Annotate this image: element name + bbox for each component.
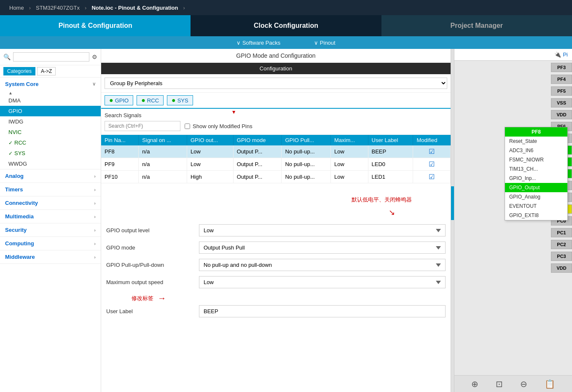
config-header: Configuration: [101, 63, 451, 74]
peri-tab-sys[interactable]: ● SYS: [167, 95, 193, 105]
subtab-software[interactable]: ∨ Software Packs: [236, 40, 280, 46]
export-icon[interactable]: 📋: [545, 379, 555, 389]
connectivity-section: Connectivity ›: [0, 196, 101, 210]
config-row-gpio-mode: GPIO mode Output Push Pull: [106, 242, 446, 254]
right-panel-tab[interactable]: 🔌 Pi: [454, 49, 572, 61]
multimedia-chevron: ›: [94, 214, 96, 219]
table-row[interactable]: PF9n/aLowOutput P...No pull-up...LowLED0…: [101, 158, 451, 171]
subtab-pinout[interactable]: ∨ Pinout: [314, 40, 335, 46]
pin-box[interactable]: VDD: [551, 110, 572, 119]
timers-header[interactable]: Timers ›: [0, 183, 101, 196]
annotation-1-row: 默认低电平、关闭蜂鸣器: [106, 196, 446, 204]
sidebar-item-wwdg[interactable]: WWDG: [0, 158, 101, 169]
middleware-header[interactable]: Middleware ›: [0, 250, 101, 263]
computing-chevron: ›: [94, 241, 96, 246]
sidebar-item-iwdg[interactable]: IWDG: [0, 116, 101, 127]
nav-device[interactable]: STM32F407ZGTx: [32, 0, 84, 15]
peri-tab-gpio[interactable]: ● GPIO: [105, 95, 133, 105]
annotation-area-1: 默认低电平、关闭蜂鸣器 ↘: [101, 183, 451, 219]
rcc-check: ✓: [8, 140, 13, 146]
pin-box[interactable]: PC2: [551, 240, 572, 249]
signal-title: Search Signals: [105, 112, 447, 118]
table-row[interactable]: PF10n/aHighOutput P...No pull-up...LowLE…: [101, 171, 451, 183]
middleware-section: Middleware ›: [0, 250, 101, 264]
sidebar-item-gpio[interactable]: GPIO: [0, 106, 101, 116]
security-header[interactable]: Security ›: [0, 223, 101, 236]
system-core-header[interactable]: System Core ∨: [0, 78, 101, 91]
gpio-speed-select[interactable]: Low: [199, 276, 446, 288]
gpio-pull-select[interactable]: No pull-up and no pull-down: [199, 259, 446, 271]
sidebar-item-sys[interactable]: ✓ SYS: [0, 148, 101, 158]
col-gpio-pull: GPIO Pull...: [282, 135, 331, 145]
system-core-chevron: ∨: [92, 81, 96, 87]
security-label: Security: [5, 227, 27, 233]
group-by-row: Group By Peripherals: [101, 74, 451, 93]
connectivity-chevron: ›: [94, 201, 96, 206]
sort-arrow[interactable]: ▲: [0, 91, 101, 95]
pin-table-body: PF8n/aLowOutput P...No pull-up...LowBEEP…: [101, 145, 451, 183]
pin-box[interactable]: VDD: [551, 263, 572, 273]
pin-box[interactable]: VSS: [551, 98, 572, 107]
tab-clock[interactable]: Clock Configuration: [191, 15, 381, 36]
popup-menu-item[interactable]: GPIO_Analog: [505, 192, 567, 201]
col-modified: Modified: [413, 135, 451, 145]
tab-project[interactable]: Project Manager: [381, 15, 572, 36]
system-core-section: System Core ∨ ▲ DMA GPIO IWDG NVIC ✓ RCC…: [0, 78, 101, 169]
popup-menu-item[interactable]: EVENTOUT: [505, 201, 567, 211]
multimedia-header[interactable]: Multimedia ›: [0, 210, 101, 223]
analog-chevron: ›: [94, 174, 96, 179]
popup-menu-item[interactable]: GPIO_EXTI8: [505, 211, 567, 220]
sidebar-item-rcc[interactable]: ✓ RCC: [0, 137, 101, 148]
tab-pinout[interactable]: Pinout & Configuration: [0, 15, 191, 36]
computing-header[interactable]: Computing ›: [0, 237, 101, 250]
search-input[interactable]: [13, 52, 89, 62]
col-user-label: User Label: [368, 135, 413, 145]
timers-label: Timers: [5, 186, 23, 193]
popup-menu-item[interactable]: TIM13_CH...: [505, 164, 567, 174]
show-modified-checkbox[interactable]: [185, 124, 190, 129]
popup-menu-item[interactable]: GPIO_Inp...: [505, 174, 567, 183]
signal-search-input[interactable]: [105, 121, 180, 131]
filter-atoz[interactable]: A->Z: [37, 67, 56, 75]
gpio-mode-label: GPIO mode: [106, 244, 199, 251]
user-label-input[interactable]: [199, 305, 446, 317]
sidebar-item-dma[interactable]: DMA: [0, 95, 101, 106]
pin-box[interactable]: PC1: [551, 228, 572, 237]
popup-header: PF8: [505, 127, 567, 137]
sub-tab-bar: ∨ Software Packs ∨ Pinout: [0, 36, 572, 49]
popup-menu-item[interactable]: FSMC_NIOWR: [505, 155, 567, 164]
popup-menu-item[interactable]: GPIO_Output: [505, 183, 567, 192]
pin-box[interactable]: PF5: [551, 86, 572, 96]
connectivity-header[interactable]: Connectivity ›: [0, 196, 101, 209]
pin-box[interactable]: PF4: [551, 75, 572, 84]
center-scrollbar[interactable]: [451, 49, 454, 392]
modified-check: ☑: [429, 148, 435, 155]
filter-categories[interactable]: Categories: [3, 67, 35, 75]
middleware-label: Middleware: [5, 254, 35, 260]
peri-tab-rcc[interactable]: ● RCC: [137, 95, 164, 105]
pin-box[interactable]: PC3: [551, 252, 572, 261]
gpio-level-select[interactable]: Low: [199, 224, 446, 236]
filter-tabs: Categories A->Z: [0, 65, 101, 78]
popup-menu-item[interactable]: Reset_State: [505, 137, 567, 146]
analog-header[interactable]: Analog ›: [0, 169, 101, 183]
nav-home[interactable]: Home: [5, 0, 28, 15]
computing-label: Computing: [5, 240, 34, 247]
nav-project[interactable]: Note.ioc - Pinout & Configuration: [87, 0, 182, 15]
table-row[interactable]: PF8n/aLowOutput P...No pull-up...LowBEEP…: [101, 145, 451, 158]
zoom-out-icon[interactable]: ⊖: [520, 379, 527, 389]
zoom-in-icon[interactable]: ⊕: [471, 379, 478, 389]
right-panel: 🔌 Pi PF3PF4PF5VSSVDDPF6PF7BEEPPF8LED0PF9…: [454, 49, 572, 392]
sidebar-item-nvic[interactable]: NVIC: [0, 127, 101, 137]
multimedia-section: Multimedia ›: [0, 210, 101, 223]
pin-box[interactable]: PF3: [551, 63, 572, 72]
pin-row: VDD: [454, 109, 572, 121]
main-tab-bar: Pinout & Configuration Clock Configurati…: [0, 15, 572, 36]
group-by-select[interactable]: Group By Peripherals: [105, 78, 447, 89]
search-icon: 🔍: [3, 54, 11, 60]
popup-menu-item[interactable]: ADC3_IN6: [505, 146, 567, 155]
gear-icon[interactable]: ⚙: [92, 54, 97, 60]
security-chevron: ›: [94, 228, 96, 233]
gpio-mode-select[interactable]: Output Push Pull: [199, 242, 446, 254]
frame-icon[interactable]: ⊡: [496, 379, 503, 389]
